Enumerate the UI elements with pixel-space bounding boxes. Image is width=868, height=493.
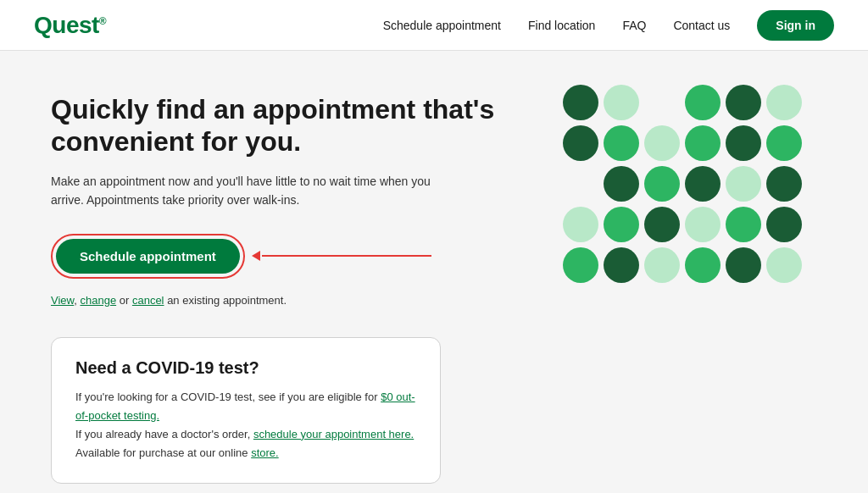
covid-card-title: Need a COVID-19 test? [75, 358, 416, 378]
schedule-here-link[interactable]: schedule your appointment here. [253, 428, 414, 440]
covid-line-3: Available for purchase at our online sto… [75, 444, 416, 463]
decoration-circle [726, 166, 761, 202]
decoration-circle [644, 166, 680, 202]
left-panel: Quickly find an appointment that's conve… [51, 93, 526, 484]
decoration-circle [685, 85, 721, 120]
circles-decoration [563, 85, 817, 280]
decoration-circle [685, 247, 721, 283]
cancel-appointment-link[interactable]: cancel [132, 294, 164, 307]
arrow-head-icon [252, 251, 260, 261]
decoration-circle [604, 85, 639, 120]
existing-appointment-text: View, change or cancel an existing appoi… [51, 294, 526, 307]
decoration-circle [726, 85, 761, 120]
decoration-circle [766, 125, 802, 161]
decoration-circle [563, 207, 598, 242]
decoration-circle [685, 207, 721, 242]
decoration-circle [685, 125, 721, 161]
decoration-circle [644, 207, 680, 242]
store-link[interactable]: store. [251, 446, 279, 459]
decoration-circle [644, 247, 680, 283]
decoration-circle [644, 125, 680, 161]
covid-line3-before: Available for purchase at our online [75, 446, 251, 459]
existing-appointment-suffix: an existing appointment. [167, 294, 287, 307]
arrow-annotation [252, 251, 431, 261]
covid-card: Need a COVID-19 test? If you're looking … [51, 337, 441, 484]
main-nav: Schedule appointment Find location FAQ C… [383, 10, 834, 41]
covid-line1-before: If you're looking for a COVID-19 test, s… [75, 391, 381, 403]
sign-in-button[interactable]: Sign in [757, 10, 834, 41]
decoration-circle [685, 166, 721, 202]
decoration-circle [563, 247, 598, 283]
decoration-circle [563, 166, 598, 202]
decoration-circle [726, 207, 761, 242]
schedule-appointment-button[interactable]: Schedule appointment [56, 239, 240, 274]
header: Quest® Schedule appointment Find locatio… [0, 0, 868, 51]
logo: Quest® [34, 12, 106, 39]
schedule-btn-highlight: Schedule appointment [51, 234, 245, 279]
schedule-btn-wrapper: Schedule appointment [51, 234, 245, 279]
main-content: Quickly find an appointment that's conve… [0, 51, 868, 493]
nav-faq[interactable]: FAQ [622, 19, 646, 32]
hero-subtitle: Make an appointment now and you'll have … [51, 172, 458, 210]
logo-trademark: ® [99, 14, 106, 26]
hero-title: Quickly find an appointment that's conve… [51, 93, 526, 158]
decoration-circle [604, 207, 639, 242]
decoration-circle [766, 247, 802, 283]
decoration-circle [604, 166, 639, 202]
covid-line-2: If you already have a doctor's order, sc… [75, 425, 416, 444]
decoration-circle [766, 85, 802, 120]
logo-text: Quest [34, 12, 99, 38]
decoration-circle [604, 125, 639, 161]
nav-find-location[interactable]: Find location [528, 19, 595, 32]
nav-schedule-appointment[interactable]: Schedule appointment [383, 19, 501, 32]
decoration-circle [604, 247, 639, 283]
decoration-circle [726, 125, 761, 161]
covid-line2-before: If you already have a doctor's order, [75, 428, 253, 440]
decoration-circle [563, 85, 598, 120]
arrow-line-body [262, 255, 431, 257]
decoration-circle [766, 166, 802, 202]
decoration-circle [563, 125, 598, 161]
change-appointment-link[interactable]: change [80, 294, 116, 307]
covid-line-1: If you're looking for a COVID-19 test, s… [75, 388, 416, 425]
decoration-circle [644, 85, 680, 120]
decoration-circle [766, 207, 802, 242]
nav-contact-us[interactable]: Contact us [673, 19, 730, 32]
decoration-circle [726, 247, 761, 283]
view-appointment-link[interactable]: View [51, 294, 74, 307]
